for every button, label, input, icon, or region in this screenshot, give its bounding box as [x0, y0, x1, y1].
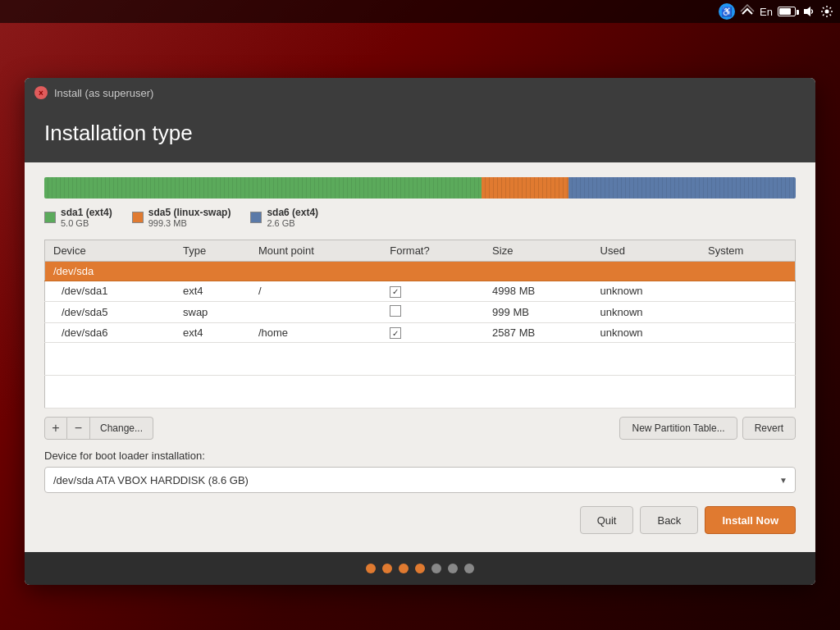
row-size: 999 MB — [484, 301, 591, 322]
bottom-buttons: Quit Back Install Now — [44, 506, 796, 537]
table-row[interactable]: /dev/sda — [45, 262, 796, 281]
legend-sda6: sda6 (ext4) 2.6 GB — [250, 207, 318, 228]
row-type: swap — [175, 301, 250, 322]
col-device: Device — [45, 240, 176, 262]
accessibility-icon[interactable]: ♿ — [719, 3, 735, 20]
right-toolbar-buttons: New Partition Table... Revert — [619, 417, 796, 440]
legend-sda1-size: 5.0 GB — [61, 218, 112, 228]
partition-sda5-bar — [482, 177, 569, 199]
progress-dot-3 — [399, 564, 409, 573]
svg-point-1 — [825, 10, 829, 14]
table-row[interactable]: /dev/sda6 ext4 /home 2587 MB unknown — [45, 322, 796, 343]
progress-dots — [25, 552, 815, 585]
close-button[interactable]: × — [34, 86, 48, 99]
page-title: Installation type — [44, 121, 796, 146]
network-icon[interactable] — [740, 4, 755, 19]
row-type: ext4 — [175, 281, 250, 302]
legend-sda6-color — [250, 212, 262, 223]
legend-sda5: sda5 (linux-swap) 999.3 MB — [132, 207, 231, 228]
col-system: System — [700, 240, 796, 262]
install-now-button[interactable]: Install Now — [705, 506, 796, 534]
revert-button[interactable]: Revert — [742, 417, 796, 440]
main-body: sda1 (ext4) 5.0 GB sda5 (linux-swap) 999… — [25, 162, 815, 552]
table-row[interactable]: /dev/sda1 ext4 / 4998 MB unknown — [45, 281, 796, 302]
row-type — [175, 262, 250, 281]
partition-table: Device Type Mount point Format? Size Use… — [44, 240, 796, 409]
row-system — [700, 281, 796, 302]
legend-sda1-color — [44, 212, 56, 223]
legend-sda5-color — [132, 212, 144, 223]
row-mount — [250, 301, 381, 322]
partition-sda1-bar — [44, 177, 482, 199]
window-titlebar: × Install (as superuser) — [25, 78, 815, 107]
legend-sda5-size: 999.3 MB — [148, 218, 231, 228]
row-device: /dev/sda5 — [45, 301, 176, 322]
col-format: Format? — [381, 240, 484, 262]
window-title: Install (as superuser) — [54, 87, 153, 99]
row-device: /dev/sda — [45, 262, 176, 281]
lang-indicator[interactable]: En — [760, 6, 773, 18]
quit-button[interactable]: Quit — [580, 506, 634, 534]
table-row[interactable]: /dev/sda5 swap 999 MB unknown — [45, 301, 796, 322]
table-row-empty — [45, 343, 796, 376]
progress-dot-2 — [382, 564, 392, 573]
bootloader-select-wrapper: /dev/sda ATA VBOX HARDDISK (8.6 GB) — [44, 467, 796, 493]
row-format — [381, 301, 484, 322]
col-used: Used — [592, 240, 700, 262]
row-used: unknown — [592, 322, 700, 343]
battery-indicator — [778, 7, 797, 16]
settings-icon[interactable] — [820, 5, 833, 18]
add-partition-button[interactable]: + — [44, 417, 67, 440]
row-mount: / — [250, 281, 381, 302]
row-used: unknown — [592, 301, 700, 322]
table-row-empty — [45, 376, 796, 409]
progress-dot-6 — [448, 564, 458, 573]
installer-window: × Install (as superuser) Installation ty… — [25, 78, 815, 585]
row-system — [700, 262, 796, 281]
col-type: Type — [175, 240, 250, 262]
new-partition-table-button[interactable]: New Partition Table... — [619, 417, 737, 440]
row-system — [700, 322, 796, 343]
progress-dot-7 — [464, 564, 474, 573]
row-size: 2587 MB — [484, 322, 591, 343]
volume-icon[interactable] — [802, 5, 815, 18]
legend-sda6-size: 2.6 GB — [267, 218, 318, 228]
row-format — [381, 322, 484, 343]
legend-sda5-name: sda5 (linux-swap) — [148, 207, 231, 218]
row-system — [700, 301, 796, 322]
bootloader-select[interactable]: /dev/sda ATA VBOX HARDDISK (8.6 GB) — [44, 467, 796, 493]
svg-marker-0 — [804, 7, 810, 16]
partition-sda6-bar — [568, 177, 796, 199]
row-used — [592, 262, 700, 281]
row-used: unknown — [592, 281, 700, 302]
legend-sda6-name: sda6 (ext4) — [267, 207, 318, 218]
bootloader-label: Device for boot loader installation: — [44, 450, 796, 462]
row-size — [484, 262, 591, 281]
remove-partition-button[interactable]: − — [67, 417, 90, 440]
row-mount — [250, 262, 381, 281]
row-mount: /home — [250, 322, 381, 343]
legend-sda1: sda1 (ext4) 5.0 GB — [44, 207, 112, 228]
row-format — [381, 281, 484, 302]
col-mount: Mount point — [250, 240, 381, 262]
partition-bar — [44, 177, 796, 199]
taskbar: ♿ En — [0, 0, 840, 23]
legend-sda1-name: sda1 (ext4) — [61, 207, 112, 218]
progress-dot-5 — [431, 564, 441, 573]
change-partition-button[interactable]: Change... — [90, 417, 153, 440]
row-size: 4998 MB — [484, 281, 591, 302]
header-section: Installation type — [25, 107, 815, 162]
format-checkbox[interactable] — [390, 305, 401, 317]
format-checkbox[interactable] — [390, 327, 401, 339]
progress-dot-4 — [415, 564, 425, 573]
row-device: /dev/sda1 — [45, 281, 176, 302]
col-size: Size — [484, 240, 591, 262]
format-checkbox[interactable] — [390, 286, 401, 298]
row-type: ext4 — [175, 322, 250, 343]
row-format — [381, 262, 484, 281]
table-header-row: Device Type Mount point Format? Size Use… — [45, 240, 796, 262]
back-button[interactable]: Back — [640, 506, 698, 534]
row-device: /dev/sda6 — [45, 322, 176, 343]
progress-dot-1 — [366, 564, 376, 573]
partition-legend: sda1 (ext4) 5.0 GB sda5 (linux-swap) 999… — [44, 207, 796, 228]
